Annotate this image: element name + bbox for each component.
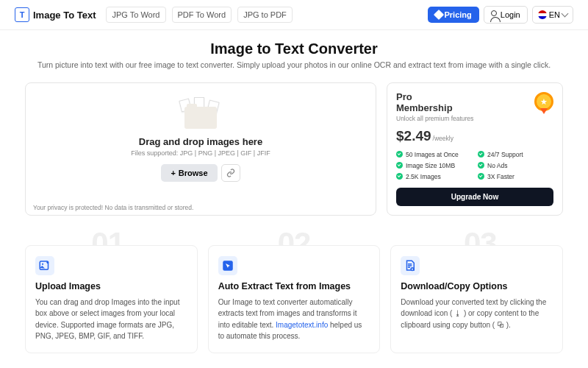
link-button[interactable] [221,164,240,182]
nav-jpg-to-word[interactable]: JPG To Word [106,7,165,23]
person-icon [491,10,498,19]
feature-item: Image Size 10MB [396,162,472,169]
nav-pdf-to-word[interactable]: PDF To Word [172,7,232,23]
document-download-icon [401,256,420,275]
promo-title: ProMembership [396,92,473,114]
hero: Image to Text Converter Turn picture int… [0,30,588,75]
login-button[interactable]: Login [484,6,528,24]
topbar-right: Pricing Login EN [428,6,574,24]
dropzone-inner: Drag and drop images here Files supporte… [36,93,365,189]
dropzone-illustration [179,99,223,130]
diamond-icon [433,10,443,20]
card-body: Download your converted text by clicking… [401,297,553,331]
lang-label: EN [549,10,560,19]
upgrade-button[interactable]: Upgrade Now [396,188,553,206]
page-subtitle: Turn picture into text with our free ima… [0,60,588,69]
pricing-button[interactable]: Pricing [428,7,479,23]
download-inline-icon: ⭳ [454,309,462,317]
dropzone[interactable]: Drag and drop images here Files supporte… [25,82,376,216]
card-extract: Auto Extract Text from Images Our Image … [208,245,381,353]
svg-point-1 [42,263,43,265]
feature-item: 2.5K Images [396,173,472,180]
login-label: Login [501,10,520,19]
page-title: Image to Text Converter [0,40,588,57]
promo-subtitle: Unlock all premium features [396,115,473,122]
chevron-down-icon [562,10,569,18]
dropzone-supported: Files supported: JPG | PNG | JPEG | GIF … [36,149,365,157]
cursor-icon [218,256,237,275]
topbar: T Image To Text JPG To Word PDF To Word … [0,0,588,30]
feature-grid: 50 Images at Once 24/7 Support Image Siz… [396,151,553,180]
dropzone-title: Drag and drop images here [36,136,365,147]
card-upload: Upload Images You can drag and drop Imag… [25,245,198,353]
image-upload-icon [35,256,54,275]
main-row: Drag and drop images here Files supporte… [0,75,588,216]
feature-item: No Ads [478,162,553,169]
check-icon [478,173,484,180]
check-icon [478,162,484,169]
language-button[interactable]: EN [532,6,573,24]
nav-jpg-to-pdf[interactable]: JPG to PDF [237,7,293,23]
promo-panel: ProMembership Unlock all premium feature… [387,82,563,216]
feature-item: 3X Faster [478,173,553,180]
price-amount: $2.49 [396,128,431,144]
card-body: Our Image to text converter automaticall… [218,297,370,342]
check-icon [396,151,403,158]
card-title: Download/Copy Options [401,281,553,291]
logo-icon: T [15,7,29,22]
price-period: /weekly [433,135,453,142]
link-icon [226,169,235,177]
browse-label: Browse [179,169,208,177]
plus-icon: + [171,169,175,177]
check-icon [396,162,403,169]
feature-item: 24/7 Support [478,151,553,158]
flag-icon [538,10,547,19]
card-body: You can drag and drop Images into the in… [35,297,187,342]
copy-inline-icon: ⧉ [497,321,504,329]
check-icon [396,173,403,180]
check-icon [478,151,484,158]
card-title: Auto Extract Text from Images [218,281,370,291]
step-cards: Upload Images You can drag and drop Imag… [0,245,588,353]
card-title: Upload Images [35,281,187,291]
feature-item: 50 Images at Once [396,151,472,158]
card-download: Download/Copy Options Download your conv… [390,245,563,353]
privacy-note: Your privacy is protected! No data is tr… [33,204,193,211]
browse-button[interactable]: + Browse [161,164,217,182]
price-row: $2.49 /weekly [396,128,553,144]
inline-link[interactable]: Imagetotext.info [276,321,328,329]
logo-text: Image To Text [33,10,96,21]
topbar-left: T Image To Text JPG To Word PDF To Word … [15,7,293,23]
logo[interactable]: T Image To Text [15,7,96,22]
pricing-label: Pricing [445,10,472,19]
steps-section: 01 02 03 Upload Images You can drag and … [0,226,588,353]
ribbon-badge-icon: ★ [534,92,553,111]
